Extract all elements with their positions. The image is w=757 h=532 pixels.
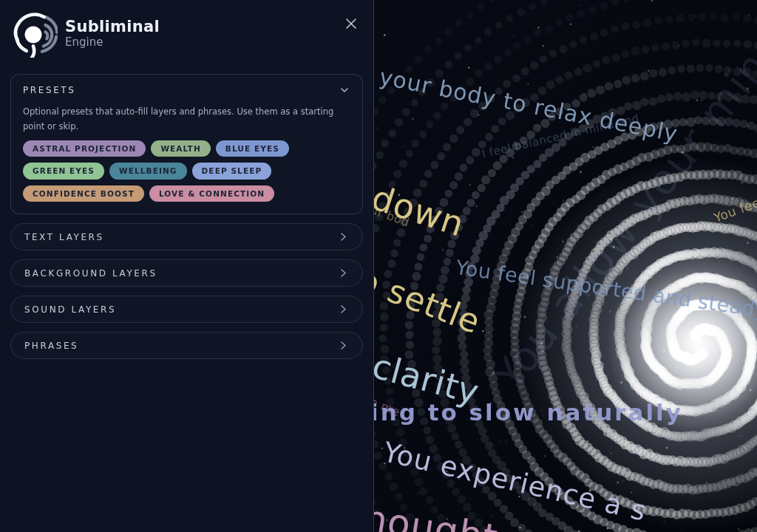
chevron-down-icon (339, 84, 350, 96)
section-text-layers[interactable]: TEXT LAYERS (10, 223, 363, 250)
section-background-layers[interactable]: BACKGROUND LAYERS (10, 259, 363, 287)
preset-chip-confidence-boost[interactable]: CONFIDENCE BOOST (23, 185, 144, 202)
presets-header[interactable]: PRESETS (23, 84, 350, 96)
section-label: BACKGROUND LAYERS (24, 268, 157, 279)
floating-phrase: your body to relax deeply (377, 64, 680, 147)
floating-phrase: ing to slow naturally (370, 399, 683, 426)
chevron-right-icon (338, 304, 349, 315)
section-list: TEXT LAYERS BACKGROUND LAYERS SOUND LAYE… (10, 223, 363, 359)
app-title-block: Subliminal Engine (65, 18, 160, 49)
presets-title: PRESETS (23, 85, 76, 95)
panel-header: Subliminal Engine (0, 0, 373, 58)
brain-logo-icon (9, 9, 58, 58)
presets-section: PRESETS Optional presets that auto-fill … (10, 74, 363, 214)
section-phrases[interactable]: PHRASES (10, 332, 363, 359)
close-button[interactable] (341, 13, 361, 34)
close-icon (344, 16, 359, 31)
chevron-right-icon (338, 231, 349, 242)
preset-chip-astral-projection[interactable]: ASTRAL PROJECTION (23, 140, 146, 157)
preset-chip-list: ASTRAL PROJECTIONWEALTHBLUE EYESGREEN EY… (23, 140, 350, 202)
section-label: SOUND LAYERS (24, 304, 116, 315)
section-sound-layers[interactable]: SOUND LAYERS (10, 296, 363, 323)
preset-chip-love-connection[interactable]: LOVE & CONNECTION (149, 185, 274, 202)
preset-chip-wealth[interactable]: WEALTH (151, 140, 210, 157)
floating-phrase: You allow your mind t (484, 0, 757, 399)
app-root: your body to relax deeplyI feel balanced… (0, 0, 757, 532)
presets-description: Optional presets that auto-fill layers a… (23, 105, 350, 134)
preset-chip-green-eyes[interactable]: GREEN EYES (23, 163, 104, 180)
app-subtitle: Engine (65, 35, 160, 49)
preset-chip-deep-sleep[interactable]: DEEP SLEEP (192, 163, 272, 180)
section-label: PHRASES (24, 341, 78, 351)
app-title: Subliminal (65, 18, 160, 35)
chevron-right-icon (338, 267, 349, 279)
section-label: TEXT LAYERS (24, 232, 104, 242)
chevron-right-icon (338, 340, 349, 351)
floating-phrase: You feel (712, 194, 757, 225)
settings-panel: Subliminal Engine PRESETS Optional prese… (0, 0, 374, 532)
preset-chip-wellbeing[interactable]: WELLBEING (109, 163, 187, 180)
preset-chip-blue-eyes[interactable]: BLUE EYES (216, 140, 289, 157)
floating-phrase: houghts (361, 497, 521, 532)
